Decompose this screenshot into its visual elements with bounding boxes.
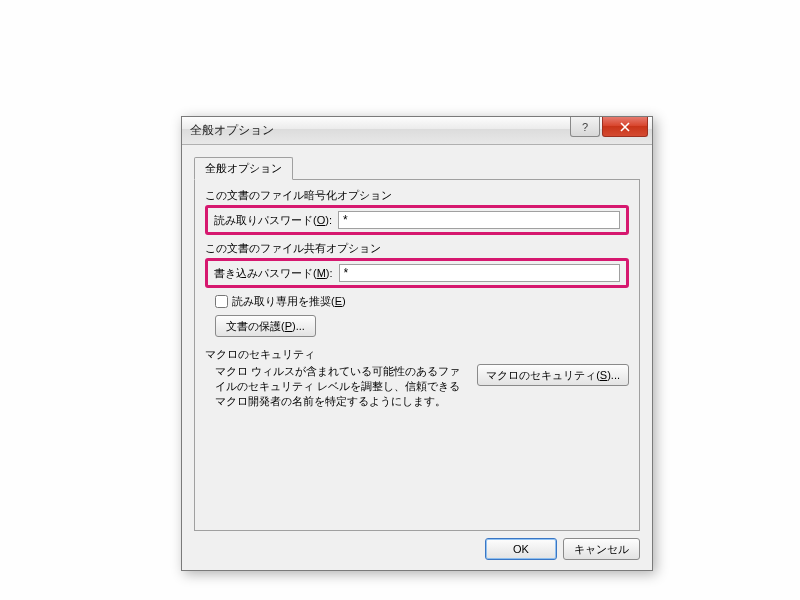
write-password-row: 書き込みパスワード(M): <box>205 258 629 288</box>
help-icon: ? <box>582 121 588 133</box>
readonly-block: 読み取り専用を推奨(E) 文書の保護(P)... <box>215 294 629 337</box>
macro-row: マクロ ウィルスが含まれている可能性のあるファイルのセキュリティ レベルを調整し… <box>205 364 629 409</box>
macro-section-label: マクロのセキュリティ <box>205 347 629 362</box>
write-password-label: 書き込みパスワード(M): <box>214 266 333 281</box>
read-password-row: 読み取りパスワード(O): <box>205 205 629 235</box>
sharing-group-label: この文書のファイル共有オプション <box>205 241 629 256</box>
encryption-group-label: この文書のファイル暗号化オプション <box>205 188 629 203</box>
readonly-recommended-label[interactable]: 読み取り専用を推奨(E) <box>232 294 346 309</box>
dialog-footer: OK キャンセル <box>485 538 640 560</box>
titlebar-buttons: ? <box>570 117 648 137</box>
macro-description: マクロ ウィルスが含まれている可能性のあるファイルのセキュリティ レベルを調整し… <box>215 364 469 409</box>
dialog-content: 全般オプション この文書のファイル暗号化オプション 読み取りパスワード(O): … <box>182 145 652 531</box>
close-button[interactable] <box>602 117 648 137</box>
close-icon <box>620 122 630 132</box>
macro-security-button[interactable]: マクロのセキュリティ(S)... <box>477 364 629 386</box>
tab-general-options[interactable]: 全般オプション <box>194 157 293 180</box>
general-options-dialog: 全般オプション ? 全般オプション この文書のファイル暗号化オプション 読み取り… <box>181 116 653 571</box>
read-password-label: 読み取りパスワード(O): <box>214 213 332 228</box>
cancel-button[interactable]: キャンセル <box>563 538 640 560</box>
help-button[interactable]: ? <box>570 117 600 137</box>
titlebar: 全般オプション ? <box>182 117 652 145</box>
read-password-input[interactable] <box>338 211 620 229</box>
write-password-input[interactable] <box>339 264 620 282</box>
tab-panel: この文書のファイル暗号化オプション 読み取りパスワード(O): この文書のファイ… <box>194 179 640 531</box>
readonly-recommended-row: 読み取り専用を推奨(E) <box>215 294 629 309</box>
dialog-title: 全般オプション <box>190 122 274 139</box>
tab-strip: 全般オプション <box>194 157 640 180</box>
macro-security-section: マクロのセキュリティ マクロ ウィルスが含まれている可能性のあるファイルのセキュ… <box>205 347 629 409</box>
readonly-recommended-checkbox[interactable] <box>215 295 228 308</box>
protect-document-button[interactable]: 文書の保護(P)... <box>215 315 316 337</box>
ok-button[interactable]: OK <box>485 538 557 560</box>
